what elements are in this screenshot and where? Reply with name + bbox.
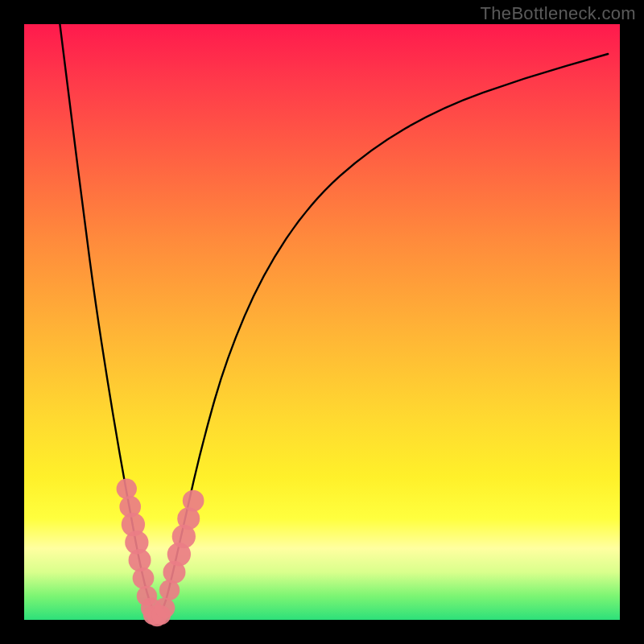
curve-overlay bbox=[24, 24, 620, 620]
chart-frame: TheBottleneck.com bbox=[0, 0, 644, 644]
watermark-text: TheBottleneck.com bbox=[481, 3, 636, 24]
bead bbox=[133, 568, 155, 589]
plot-area bbox=[24, 24, 620, 620]
bead bbox=[155, 598, 175, 618]
bead bbox=[183, 490, 204, 512]
bead bbox=[117, 479, 137, 499]
bead-group bbox=[117, 479, 204, 627]
